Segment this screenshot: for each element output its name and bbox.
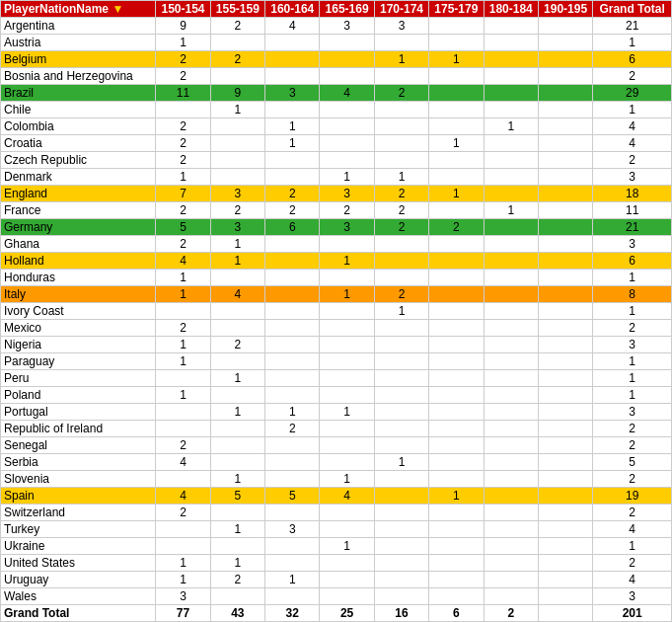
cell-value: [538, 68, 592, 85]
cell-value: 4: [156, 253, 210, 270]
col-header-190-195[interactable]: 190-195: [538, 1, 592, 18]
cell-value: 9: [156, 18, 210, 35]
table-row: Honduras11: [1, 270, 672, 286]
cell-value: 1: [210, 471, 264, 488]
nation-name: Republic of Ireland: [1, 421, 156, 437]
col-header-150-154[interactable]: 150-154: [156, 1, 210, 18]
cell-value: 3: [265, 521, 320, 538]
cell-value: [538, 370, 592, 387]
cell-value: 1: [156, 572, 210, 588]
table-row: Senegal22: [1, 437, 672, 454]
col-header-175-179[interactable]: 175-179: [429, 1, 484, 18]
cell-value: [538, 353, 592, 370]
col-header-grand-total[interactable]: Grand Total: [593, 1, 672, 18]
cell-value: 1: [593, 370, 672, 387]
nation-name: Colombia: [1, 118, 156, 135]
cell-value: [320, 555, 374, 572]
cell-value: [374, 588, 428, 605]
table-row: England73232118: [1, 186, 672, 202]
cell-value: [156, 303, 210, 320]
cell-value: [374, 404, 428, 421]
cell-value: 2: [374, 186, 428, 202]
cell-value: 2: [374, 219, 428, 236]
cell-value: [320, 521, 374, 538]
table-row: Wales33: [1, 588, 672, 605]
cell-value: [484, 18, 538, 35]
cell-value: 1: [210, 102, 264, 118]
cell-value: [429, 387, 484, 404]
cell-value: [210, 353, 264, 370]
nation-name: Poland: [1, 387, 156, 404]
cell-value: [374, 387, 428, 404]
cell-value: [429, 35, 484, 51]
cell-value: 2: [156, 118, 210, 135]
cell-value: 3: [210, 186, 264, 202]
cell-value: [538, 320, 592, 337]
grand-total-value: 77: [156, 605, 210, 622]
cell-value: [429, 404, 484, 421]
cell-value: [538, 555, 592, 572]
cell-value: [210, 118, 264, 135]
cell-value: [538, 270, 592, 286]
col-header-165-169[interactable]: 165-169: [320, 1, 374, 18]
cell-value: [210, 454, 264, 471]
cell-value: [429, 270, 484, 286]
cell-value: 1: [593, 353, 672, 370]
cell-value: [374, 521, 428, 538]
cell-value: 3: [593, 169, 672, 186]
cell-value: [484, 102, 538, 118]
col-header-170-174[interactable]: 170-174: [374, 1, 428, 18]
cell-value: 3: [593, 236, 672, 253]
cell-value: [484, 35, 538, 51]
cell-value: 1: [265, 572, 320, 588]
cell-value: 1: [484, 118, 538, 135]
table-row: Belgium22116: [1, 51, 672, 68]
nation-name: Mexico: [1, 320, 156, 337]
cell-value: [265, 152, 320, 169]
nation-name: Honduras: [1, 270, 156, 286]
cell-value: [320, 572, 374, 588]
cell-value: 7: [156, 186, 210, 202]
cell-value: [374, 488, 428, 505]
cell-value: [265, 35, 320, 51]
col-header-160-164[interactable]: 160-164: [265, 1, 320, 18]
cell-value: [210, 303, 264, 320]
nation-name: Denmark: [1, 169, 156, 186]
cell-value: [484, 521, 538, 538]
cell-value: 1: [429, 488, 484, 505]
cell-value: 1: [210, 253, 264, 270]
nation-name: Paraguay: [1, 353, 156, 370]
cell-value: [374, 353, 428, 370]
cell-value: 5: [156, 219, 210, 236]
cell-value: 3: [156, 588, 210, 605]
cell-value: 1: [593, 35, 672, 51]
cell-value: 1: [156, 387, 210, 404]
cell-value: [265, 454, 320, 471]
col-header-180-184[interactable]: 180-184: [484, 1, 538, 18]
col-header-155-159[interactable]: 155-159: [210, 1, 264, 18]
cell-value: [210, 135, 264, 152]
col-header-playernationname[interactable]: PlayerNationName ▼: [1, 1, 156, 18]
cell-value: [538, 202, 592, 219]
nation-name: United States: [1, 555, 156, 572]
cell-value: [538, 588, 592, 605]
cell-value: [429, 303, 484, 320]
table-row: Colombia2114: [1, 118, 672, 135]
cell-value: [484, 85, 538, 102]
cell-value: [265, 437, 320, 454]
table-row: Turkey134: [1, 521, 672, 538]
cell-value: 2: [593, 437, 672, 454]
cell-value: [484, 169, 538, 186]
cell-value: [538, 488, 592, 505]
cell-value: 4: [210, 286, 264, 303]
cell-value: 5: [593, 454, 672, 471]
cell-value: [320, 236, 374, 253]
cell-value: 1: [156, 353, 210, 370]
cell-value: [484, 387, 538, 404]
nation-name: Peru: [1, 370, 156, 387]
cell-value: [265, 588, 320, 605]
table-row: Croatia2114: [1, 135, 672, 152]
table-row: Ghana213: [1, 236, 672, 253]
cell-value: [374, 152, 428, 169]
nation-name: Austria: [1, 35, 156, 51]
